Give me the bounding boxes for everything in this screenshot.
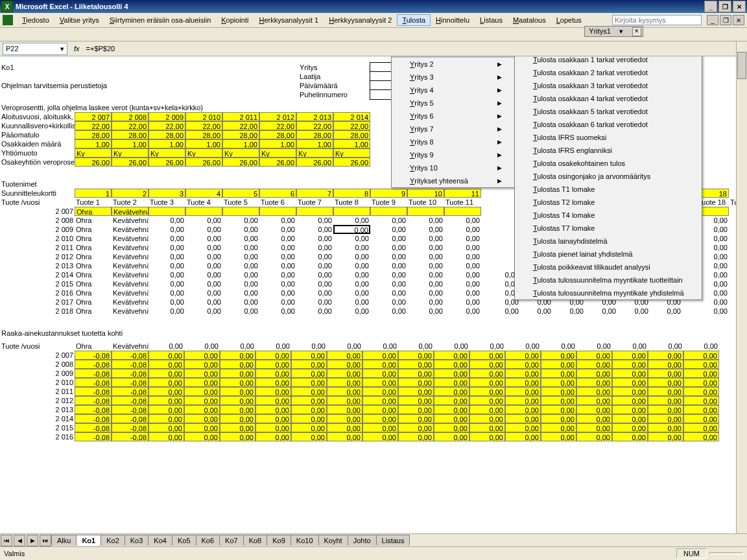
data-cell[interactable]: 1,00 — [222, 139, 259, 148]
data-cell[interactable]: 0,00 — [407, 307, 444, 316]
submenu-item[interactable]: Tulosta osakekohtainen tulos — [515, 157, 702, 170]
data-cell[interactable] — [370, 207, 407, 216]
menu-tiedosto[interactable]: Tiedosto — [17, 14, 54, 26]
menu-item-yritys 6[interactable]: Yritys 6▶ — [392, 110, 515, 122]
data-cell[interactable]: 0,00 — [327, 369, 362, 378]
data-cell[interactable]: 0,00 — [184, 423, 220, 432]
data-cell[interactable]: -0,08 — [112, 423, 148, 432]
data-cell[interactable]: 0,00 — [648, 360, 683, 369]
data-cell[interactable]: 0,00 — [585, 307, 617, 316]
data-cell[interactable]: 0,00 — [291, 396, 327, 405]
data-cell[interactable]: 0,00 — [444, 298, 481, 307]
data-cell[interactable]: 0,00 — [148, 279, 185, 288]
data-cell[interactable]: Kevätvehnä — [112, 225, 148, 234]
data-cell[interactable]: -0,08 — [75, 387, 112, 396]
minimize-button[interactable]: _ — [704, 1, 717, 12]
menu-hinnoittelu[interactable]: Hinnoittelu — [431, 14, 475, 26]
data-cell[interactable]: 0,00 — [683, 387, 719, 396]
data-cell[interactable]: 0,00 — [185, 279, 222, 288]
submenu-item[interactable]: Tulosta poikkeavat tilikaudet analyysi — [515, 261, 702, 274]
data-cell[interactable]: 0,00 — [259, 234, 296, 243]
data-cell[interactable]: 0,00 — [541, 351, 576, 360]
doc-close-button[interactable]: ✕ — [733, 15, 744, 25]
data-cell[interactable] — [222, 207, 259, 216]
data-cell[interactable]: 0,00 — [505, 423, 541, 432]
data-cell[interactable]: 0,00 — [222, 307, 259, 316]
data-cell[interactable]: 0,00 — [184, 387, 220, 396]
data-cell[interactable]: 0,00 — [255, 432, 291, 441]
suunn-cell[interactable]: 6 — [259, 189, 296, 198]
data-cell[interactable]: 22,00 — [296, 121, 333, 130]
data-cell[interactable]: 0,00 — [434, 396, 469, 405]
data-cell[interactable]: Ohra — [75, 243, 112, 252]
data-cell[interactable]: 0,00 — [683, 351, 719, 360]
data-cell[interactable]: 0,00 — [185, 307, 222, 316]
menu-item-yritykset yhteensä[interactable]: Yritykset yhteensä▶ — [392, 174, 515, 187]
menu-item-yritys 9[interactable]: Yritys 9▶ — [392, 148, 515, 161]
data-cell[interactable]: -0,08 — [75, 405, 112, 414]
data-cell[interactable]: 0,00 — [291, 387, 327, 396]
menu-lopetus[interactable]: Lopetus — [551, 14, 587, 26]
data-cell[interactable]: 0,00 — [407, 298, 444, 307]
data-cell[interactable]: 0,00 — [148, 298, 185, 307]
data-cell[interactable]: 22,00 — [333, 121, 370, 130]
data-cell[interactable]: 0,00 — [148, 288, 185, 298]
suunn-cell[interactable]: 9 — [370, 189, 407, 198]
data-cell[interactable]: 0,00 — [407, 288, 444, 298]
data-cell[interactable]: 0,00 — [255, 423, 291, 432]
close-button[interactable]: ✕ — [733, 1, 746, 12]
data-cell[interactable]: 0,00 — [469, 414, 505, 423]
tab-next-button[interactable]: ▶ — [27, 535, 38, 546]
ask-question-input[interactable] — [612, 15, 702, 25]
data-cell[interactable]: 26,00 — [148, 158, 185, 167]
data-cell[interactable]: 0,00 — [541, 378, 576, 387]
data-cell[interactable]: 0,00 — [444, 261, 481, 270]
data-cell[interactable]: 0,00 — [648, 432, 683, 441]
data-cell[interactable]: Ohra — [75, 307, 112, 316]
data-cell[interactable]: 28,00 — [75, 130, 112, 139]
data-cell[interactable]: 1,00 — [185, 139, 222, 148]
data-cell[interactable]: 0,00 — [541, 432, 576, 441]
data-cell[interactable]: 0,00 — [434, 360, 469, 369]
data-cell[interactable]: 0,00 — [541, 405, 576, 414]
sheet-tab-ko4[interactable]: Ko4 — [148, 535, 172, 546]
data-cell[interactable]: 0,00 — [220, 378, 255, 387]
data-cell[interactable]: 0,00 — [612, 405, 648, 414]
data-cell[interactable]: -0,08 — [75, 360, 112, 369]
submenu-item[interactable]: Tulostas T4 lomake — [515, 209, 702, 222]
data-cell[interactable]: 1,00 — [75, 139, 112, 148]
data-cell[interactable]: -0,08 — [75, 369, 112, 378]
data-cell[interactable]: 0,00 — [296, 270, 333, 279]
data-cell[interactable]: 0,00 — [576, 378, 612, 387]
data-cell[interactable]: 0,00 — [648, 414, 683, 423]
sheet-tab-ko9[interactable]: Ko9 — [267, 535, 291, 546]
data-cell[interactable]: 0,00 — [648, 369, 683, 378]
data-cell[interactable]: 0,00 — [434, 378, 469, 387]
data-cell[interactable]: 0,00 — [541, 387, 576, 396]
data-cell[interactable]: 0,00 — [327, 432, 362, 441]
data-cell[interactable]: 0,00 — [222, 225, 259, 234]
data-cell[interactable]: 0,00 — [184, 378, 220, 387]
data-cell[interactable]: 0,00 — [505, 414, 541, 423]
data-cell[interactable]: 0,00 — [184, 351, 220, 360]
data-cell[interactable]: 0,00 — [255, 378, 291, 387]
data-cell[interactable]: 0,00 — [255, 351, 291, 360]
data-cell[interactable]: 0,00 — [370, 225, 407, 234]
doc-minimize-button[interactable]: _ — [707, 15, 718, 25]
data-cell[interactable]: 0,00 — [370, 270, 407, 279]
suunn-cell[interactable]: 5 — [222, 189, 259, 198]
data-cell[interactable]: 0,00 — [505, 387, 541, 396]
data-cell[interactable]: 0,00 — [398, 351, 434, 360]
data-cell[interactable]: 0,00 — [648, 405, 683, 414]
data-cell[interactable]: Ohra — [75, 270, 112, 279]
data-cell[interactable]: 0,00 — [434, 414, 469, 423]
data-cell[interactable]: 0,00 — [444, 243, 481, 252]
data-cell[interactable]: 0,00 — [469, 369, 505, 378]
data-cell[interactable]: 0,00 — [185, 243, 222, 252]
data-cell[interactable]: 0,00 — [185, 252, 222, 261]
data-cell[interactable]: 1,00 — [259, 139, 296, 148]
data-cell[interactable]: 0,00 — [259, 252, 296, 261]
data-cell[interactable]: 0,00 — [184, 405, 220, 414]
data-cell[interactable]: -0,08 — [112, 369, 148, 378]
data-cell[interactable]: 0,00 — [612, 423, 648, 432]
